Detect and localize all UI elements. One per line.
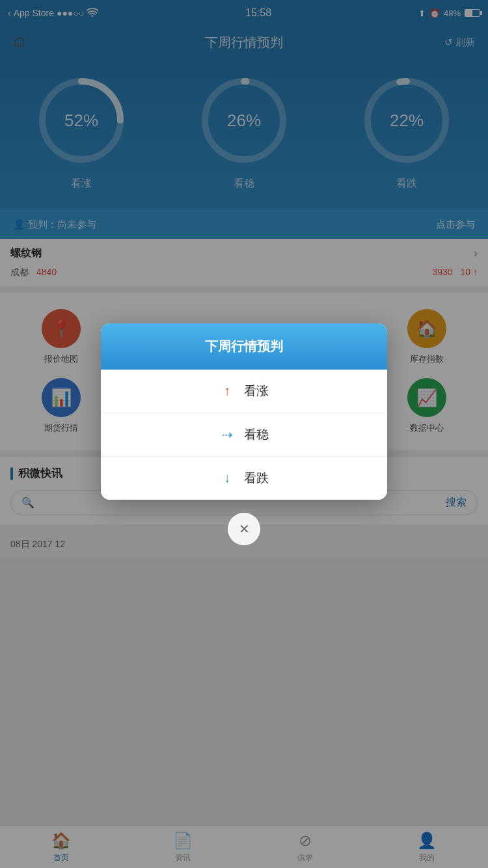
dialog-title: 下周行情预判 [114,338,374,355]
option-down[interactable]: ↓ 看跌 [101,457,387,500]
dialog-header: 下周行情预判 [101,323,387,370]
modal-overlay[interactable]: 下周行情预判 ↑ 看涨 ⇢ 看稳 ↓ 看跌 ✕ [0,0,488,868]
dialog-body: ↑ 看涨 ⇢ 看稳 ↓ 看跌 [101,370,387,500]
option-up[interactable]: ↑ 看涨 [101,370,387,413]
close-icon: ✕ [239,521,250,537]
stable-arrow-icon: ⇢ [219,427,235,442]
option-up-label: 看涨 [244,383,269,400]
option-stable-label: 看稳 [244,426,269,443]
dialog-close-button[interactable]: ✕ [228,513,260,545]
down-arrow-icon: ↓ [219,470,235,485]
prediction-dialog: 下周行情预判 ↑ 看涨 ⇢ 看稳 ↓ 看跌 [101,323,387,500]
option-down-label: 看跌 [244,470,269,487]
up-arrow-icon: ↑ [219,383,235,398]
option-stable[interactable]: ⇢ 看稳 [101,413,387,457]
